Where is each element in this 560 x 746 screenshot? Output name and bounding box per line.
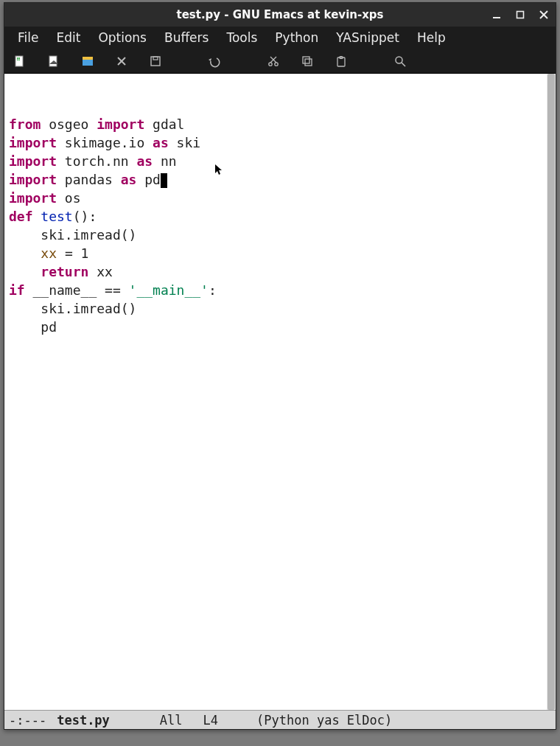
editor-area: from osgeo import gdalimport skimage.io … — [4, 74, 556, 710]
menu-file[interactable]: File — [10, 28, 46, 47]
svg-point-15 — [275, 62, 278, 65]
code-line[interactable]: import pandas as pd — [9, 170, 547, 189]
code-line[interactable]: if __name__ == '__main__': — [9, 281, 547, 299]
svg-rect-18 — [303, 57, 309, 63]
token-kw: as — [136, 153, 153, 169]
window-title: test.py - GNU Emacs at kevin-xps — [176, 8, 383, 21]
maximize-button[interactable] — [513, 7, 528, 22]
token-kw: return — [41, 264, 88, 279]
svg-point-22 — [396, 57, 402, 63]
svg-rect-19 — [305, 59, 312, 66]
code-line[interactable]: import skimage.io as ski — [9, 133, 547, 152]
token-kw: import — [9, 190, 57, 206]
code-line[interactable]: return xx — [9, 262, 547, 281]
token-kw: from — [9, 116, 41, 132]
token-kw: def — [9, 209, 33, 224]
token-str: '__main__' — [129, 282, 209, 298]
text-cursor — [161, 173, 167, 188]
token-kw: if — [9, 282, 25, 298]
minimize-button[interactable] — [489, 7, 504, 22]
scrollbar-thumb[interactable] — [547, 74, 555, 710]
code-line[interactable]: from osgeo import gdal — [9, 115, 547, 133]
menu-options[interactable]: Options — [91, 28, 154, 47]
modeline-buffer: test.py — [57, 713, 110, 728]
token-kw: as — [121, 172, 137, 187]
token-fn: test — [41, 209, 72, 224]
code-line[interactable]: pd — [9, 318, 547, 336]
code-line[interactable]: xx = 1 — [9, 244, 547, 262]
toolbar: + — [4, 49, 556, 74]
scrollbar[interactable] — [547, 74, 556, 710]
menu-help[interactable]: Help — [410, 28, 453, 47]
window-controls — [489, 7, 551, 22]
paste-icon[interactable] — [333, 53, 349, 69]
modeline-line: L4 — [203, 713, 218, 728]
kill-buffer-icon[interactable] — [113, 53, 130, 69]
token-kw: as — [153, 135, 169, 150]
search-icon[interactable] — [392, 53, 408, 69]
open-file-icon[interactable] — [46, 53, 62, 69]
code-line[interactable]: import torch.nn as nn — [9, 152, 547, 170]
svg-rect-13 — [153, 57, 158, 60]
dired-icon[interactable] — [80, 53, 96, 69]
cut-icon[interactable] — [265, 53, 281, 69]
new-file-icon[interactable]: + — [12, 53, 28, 69]
code-line[interactable]: def test(): — [9, 207, 547, 226]
svg-text:+: + — [16, 56, 20, 61]
modeline-status: -:--- — [9, 713, 46, 728]
code-editor[interactable]: from osgeo import gdalimport skimage.io … — [6, 74, 547, 710]
close-button[interactable] — [536, 7, 551, 22]
titlebar[interactable]: test.py - GNU Emacs at kevin-xps — [4, 3, 556, 27]
code-line[interactable]: import os — [9, 189, 547, 207]
save-icon[interactable] — [147, 53, 164, 69]
svg-point-14 — [269, 62, 272, 65]
token-kw: import — [97, 116, 144, 132]
menu-edit[interactable]: Edit — [49, 28, 88, 47]
menu-buffers[interactable]: Buffers — [157, 28, 216, 47]
undo-icon[interactable] — [206, 53, 223, 69]
token-kw: import — [9, 135, 57, 150]
svg-rect-9 — [83, 60, 93, 66]
code-line[interactable]: ski.imread() — [9, 226, 547, 244]
menu-python[interactable]: Python — [267, 28, 326, 47]
modeline-position: All — [160, 713, 183, 728]
menu-tools[interactable]: Tools — [219, 28, 265, 47]
emacs-window: test.py - GNU Emacs at kevin-xps FileEdi… — [4, 2, 556, 730]
modeline-modes: (Python yas ElDoc) — [256, 713, 392, 728]
modeline[interactable]: -:--- test.py All L4 (Python yas ElDoc) — [4, 710, 556, 729]
copy-icon[interactable] — [299, 53, 315, 69]
token-kw: import — [9, 153, 57, 169]
menubar: FileEditOptionsBuffersToolsPythonYASnipp… — [4, 27, 556, 49]
code-line[interactable]: ski.imread() — [9, 299, 547, 318]
svg-rect-8 — [83, 57, 93, 60]
token-var: xx — [41, 245, 57, 261]
svg-rect-1 — [517, 12, 524, 18]
menu-yasnippet[interactable]: YASnippet — [329, 28, 407, 47]
svg-rect-12 — [151, 57, 160, 66]
token-kw: import — [9, 172, 57, 187]
svg-line-23 — [402, 63, 405, 66]
